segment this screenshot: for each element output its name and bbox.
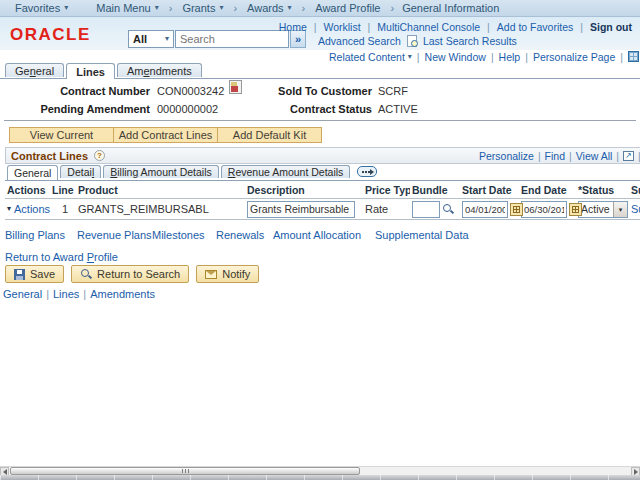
personalize-page-link[interactable]: Personalize Page xyxy=(533,51,615,63)
page-tabs: General Lines Amendments xyxy=(5,63,204,79)
bundle-lookup-icon[interactable] xyxy=(442,203,454,215)
grid-personalize-link[interactable]: Personalize xyxy=(479,150,534,162)
divider: | xyxy=(46,288,49,300)
breadcrumb-award-profile[interactable]: Award Profile xyxy=(308,2,387,14)
horizontal-scrollbar[interactable] xyxy=(0,466,640,475)
breadcrumb-award-profile-label: Award Profile xyxy=(315,2,380,14)
breadcrumb-main-menu[interactable]: Main Menu ▾ xyxy=(89,2,165,14)
divider: | xyxy=(538,150,541,162)
row-actions-menu[interactable]: ▾ Actions xyxy=(7,203,48,215)
status-select[interactable]: Active ▾ xyxy=(578,201,628,218)
tab-general[interactable]: General xyxy=(5,63,64,77)
add-default-kit-button[interactable]: Add Default Kit xyxy=(217,127,322,143)
notify-button[interactable]: Notify xyxy=(196,265,259,283)
chevron-down-icon: ▾ xyxy=(165,35,169,43)
grid-tab-label-part: evenue Amount Details xyxy=(235,166,343,178)
footer-amendments-link[interactable]: Amendments xyxy=(90,288,155,300)
tab-label-part: Ge xyxy=(15,65,30,77)
pending-amendment-value: 0000000002 xyxy=(157,103,218,115)
breadcrumb-favorites-menu[interactable]: Favorites ▾ xyxy=(8,2,75,14)
sign-out-link[interactable]: Sign out xyxy=(590,21,632,33)
renewals-link[interactable]: Renewals xyxy=(216,229,264,241)
scrollbar-thumb[interactable] xyxy=(10,467,360,475)
row-supplemental-link[interactable]: Supp xyxy=(631,203,640,215)
col-header-description: Description xyxy=(245,182,363,199)
last-search-results-link[interactable]: Last Search Results xyxy=(423,35,517,47)
breadcrumb: Favorites ▾ Main Menu ▾ › Grants ▾ › Awa… xyxy=(0,0,640,17)
scrollbar-grip xyxy=(185,469,186,473)
col-header-bundle: Bundle xyxy=(410,182,460,199)
show-all-columns-icon[interactable] xyxy=(357,166,377,177)
grid-tabs: General Detail Billing Amount Details Re… xyxy=(5,165,640,180)
grid-tab-billing-amount-details[interactable]: Billing Amount Details xyxy=(103,165,219,178)
save-disk-icon xyxy=(14,269,25,280)
tab-amendments[interactable]: Amendments xyxy=(117,63,202,77)
start-date-input[interactable] xyxy=(462,201,508,218)
grid-tab-detail[interactable]: Detail xyxy=(60,165,101,178)
grid-tab-general[interactable]: General xyxy=(7,165,58,180)
related-content-menu[interactable]: Related Content ▾ xyxy=(329,51,412,63)
end-date-calendar-icon[interactable] xyxy=(569,203,582,216)
advanced-search-link[interactable]: Advanced Search xyxy=(318,35,401,47)
contract-number-value: CON0003242 xyxy=(157,85,224,97)
grid-tab-label-part: Detai xyxy=(67,166,92,178)
save-button[interactable]: Save xyxy=(5,265,64,283)
row-product: GRANTS_REIMBURSABL xyxy=(74,199,245,220)
col-header-line: Line xyxy=(50,182,74,199)
personalize-layout-icon[interactable] xyxy=(628,51,639,62)
breadcrumb-awards-label: Awards xyxy=(247,2,283,14)
row-actions-label: Actions xyxy=(14,203,50,215)
zoom-popout-icon[interactable]: ↗ xyxy=(623,151,634,161)
tab-lines[interactable]: Lines xyxy=(66,63,115,79)
breadcrumb-grants-label: Grants xyxy=(182,2,215,14)
view-current-button[interactable]: View Current xyxy=(9,127,114,143)
divider: | xyxy=(487,21,490,33)
breadcrumb-grants[interactable]: Grants ▾ xyxy=(175,2,230,14)
return-to-award-profile-link[interactable]: Return to Award Profile xyxy=(5,251,118,263)
help-icon[interactable]: ? xyxy=(94,150,105,161)
grid-find-link[interactable]: Find xyxy=(545,150,565,162)
description-input[interactable] xyxy=(247,201,355,218)
grid-tab-revenue-amount-details[interactable]: Revenue Amount Details xyxy=(221,165,351,178)
new-window-link[interactable]: New Window xyxy=(425,51,486,63)
add-to-favorites-link[interactable]: Add to Favorites xyxy=(497,21,573,33)
worklist-link[interactable]: Worklist xyxy=(323,21,360,33)
footer-lines-link[interactable]: Lines xyxy=(53,288,79,300)
billing-plans-link[interactable]: Billing Plans xyxy=(5,229,65,241)
search-scope-select[interactable]: All ▾ xyxy=(128,30,174,48)
breadcrumb-main-menu-label: Main Menu xyxy=(96,2,150,14)
amount-allocation-link[interactable]: Amount Allocation xyxy=(273,229,361,241)
end-date-input[interactable] xyxy=(521,201,567,218)
search-input[interactable] xyxy=(175,30,289,48)
grid-view-all-link[interactable]: View All xyxy=(576,150,613,162)
breadcrumb-awards[interactable]: Awards ▾ xyxy=(240,2,299,14)
header-links: Home | Worklist | MultiChannel Console |… xyxy=(279,21,632,33)
col-header-price-type: Price Type xyxy=(363,182,410,199)
start-date-calendar-icon[interactable] xyxy=(510,203,523,216)
divider: | xyxy=(569,150,572,162)
chevron-down-icon: ▾ xyxy=(155,4,159,12)
link-label-part: Return to Award xyxy=(5,251,87,263)
status-select-arrow[interactable]: ▾ xyxy=(613,202,627,217)
supplemental-data-link[interactable]: Supplemental Data xyxy=(375,229,469,241)
bundle-input[interactable] xyxy=(412,201,440,218)
col-header-start-date: Start Date xyxy=(460,182,519,199)
add-contract-lines-button[interactable]: Add Contract Lines xyxy=(113,127,218,143)
breadcrumb-separator: › xyxy=(387,2,397,14)
chevron-down-icon: ▾ xyxy=(619,206,623,213)
revenue-plans-link[interactable]: Revenue Plans xyxy=(77,229,152,241)
col-header-actions: Actions xyxy=(5,182,50,199)
breadcrumb-separator: › xyxy=(299,2,309,14)
contract-lines-table: Actions Line Product Description Price T… xyxy=(5,182,640,220)
col-header-product: Product xyxy=(74,182,245,199)
divider: | xyxy=(491,51,494,63)
divider: | xyxy=(580,21,583,33)
return-to-search-button[interactable]: Return to Search xyxy=(71,265,189,283)
home-link[interactable]: Home xyxy=(279,21,307,33)
milestones-link[interactable]: Milestones xyxy=(152,229,205,241)
divider: | xyxy=(314,21,317,33)
return-to-search-label: Return to Search xyxy=(97,268,180,280)
help-link[interactable]: Help xyxy=(499,51,521,63)
multichannel-console-link[interactable]: MultiChannel Console xyxy=(377,21,480,33)
footer-general-link[interactable]: General xyxy=(3,288,42,300)
